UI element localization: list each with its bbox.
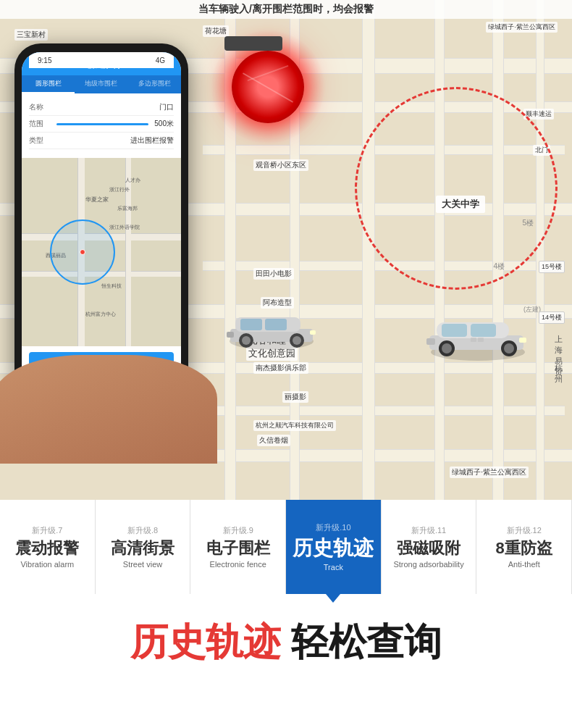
form-name-label: 名称 bbox=[29, 102, 51, 112]
tab-track-history[interactable]: 新升级.10 历史轨迹 Track bbox=[286, 500, 382, 594]
bottom-section: 历史轨迹 轻松查询 bbox=[0, 594, 572, 721]
tab-chinese-label: 强磁吸附 bbox=[397, 539, 460, 558]
mini-label: 浙江行外 bbox=[109, 186, 130, 193]
car-right bbox=[424, 312, 532, 366]
alert-siren bbox=[224, 43, 282, 58]
form-range-value: 500米 bbox=[154, 119, 174, 129]
poi-label: 荷花塘 bbox=[203, 25, 229, 37]
poi-label: 绿城西子·紫兰公寓西区 bbox=[450, 466, 529, 478]
svg-point-8 bbox=[293, 336, 301, 345]
phone-tab-polygon: 多边形围栏 bbox=[128, 75, 181, 93]
phone-tabs: 圆形围栏 地级市围栏 多边形围栏 bbox=[22, 75, 181, 93]
form-name-value: 门口 bbox=[159, 102, 174, 112]
poi-label: 杭州之颠汽车科技有限公司 bbox=[253, 420, 336, 431]
tab-english-label: Street view bbox=[123, 560, 162, 569]
poi-label: 杭州 bbox=[552, 362, 565, 385]
bottom-title-black: 轻松查询 bbox=[291, 621, 442, 663]
map-road bbox=[536, 0, 544, 500]
phone-form: 名称 门口 范围 500米 类型 进出围栏报警 bbox=[22, 93, 181, 155]
mini-map-marker bbox=[80, 249, 85, 255]
phone-screen: 9:15 4G ‹ 创建围栏 圆形围栏 地级市围栏 多边形围栏 名称 bbox=[22, 52, 181, 390]
tab-upgrade-label: 新升级.10 bbox=[316, 522, 350, 533]
tab-english-label: Anti-theft bbox=[508, 560, 540, 569]
bottom-title: 历史轨迹 轻松查询 bbox=[14, 623, 558, 661]
tab-anti-theft[interactable]: 新升级.12 8重防盗 Anti-theft bbox=[476, 500, 572, 594]
hand bbox=[0, 355, 217, 464]
poi-label: 14号楼 bbox=[539, 311, 565, 324]
tab-upgrade-label: 新升级.11 bbox=[411, 525, 446, 536]
mini-label: 恒生科技 bbox=[101, 283, 122, 290]
svg-point-19 bbox=[504, 343, 514, 353]
map-road bbox=[203, 406, 565, 416]
mini-label: 华夏之家 bbox=[85, 196, 109, 204]
tab-english-label: Electronic fence bbox=[210, 560, 266, 569]
tab-upgrade-label: 新升级.7 bbox=[32, 525, 62, 536]
tab-chinese-label: 高清街景 bbox=[111, 539, 174, 558]
tab-electronic-fence[interactable]: 新升级.9 电子围栏 Electronic fence bbox=[190, 500, 286, 594]
tab-street-view[interactable]: 新升级.8 高清街景 Street view bbox=[96, 500, 191, 594]
tab-upgrade-label: 新升级.8 bbox=[127, 525, 158, 536]
poi-label: 久信卷烟 bbox=[257, 435, 290, 446]
siren-base bbox=[224, 36, 282, 51]
svg-point-17 bbox=[442, 343, 452, 353]
svg-rect-20 bbox=[519, 338, 526, 343]
svg-rect-10 bbox=[227, 332, 234, 338]
phone-mockup: 9:15 4G ‹ 创建围栏 圆形围栏 地级市围栏 多边形围栏 名称 bbox=[14, 43, 188, 406]
tab-chinese-label: 震动报警 bbox=[15, 539, 79, 558]
feature-tabs-section: 新升级.7 震动报警 Vibration alarm 新升级.8 高清街景 St… bbox=[0, 500, 572, 594]
poi-label: 田田小电影 bbox=[253, 268, 294, 280]
siren-light bbox=[232, 51, 304, 123]
phone-tab-city: 地级市围栏 bbox=[75, 75, 127, 93]
svg-point-6 bbox=[242, 336, 251, 345]
poi-label: 15号楼 bbox=[539, 261, 565, 273]
mini-label: 人才办 bbox=[125, 177, 140, 184]
poi-label: 南杰摄影俱乐部 bbox=[253, 362, 308, 374]
form-name-row: 名称 门口 bbox=[29, 99, 174, 116]
tab-english-label: Track bbox=[324, 563, 343, 572]
poi-label: 观音桥小区东区 bbox=[253, 159, 308, 171]
svg-rect-9 bbox=[310, 330, 316, 335]
tab-magnetic[interactable]: 新升级.11 强磁吸附 Strong adsorbability bbox=[382, 500, 477, 594]
top-title: 当车辆驶入/离开围栏范围时，均会报警 bbox=[0, 0, 572, 19]
svg-rect-14 bbox=[442, 324, 467, 337]
svg-rect-22 bbox=[471, 338, 476, 342]
poi-label: 绿城西子·紫兰公寓西区 bbox=[486, 22, 558, 33]
tab-english-label: Vibration alarm bbox=[20, 560, 74, 569]
geofence-alert-circle bbox=[355, 87, 558, 290]
svg-rect-23 bbox=[478, 338, 484, 342]
phone-status-bar: 9:15 4G bbox=[29, 52, 174, 68]
tab-upgrade-label: 新升级.12 bbox=[507, 525, 542, 536]
svg-rect-15 bbox=[471, 324, 496, 337]
poi-label: 阿布造型 bbox=[261, 297, 294, 309]
tab-chinese-label: 8重防盗 bbox=[496, 539, 552, 558]
svg-rect-4 bbox=[265, 319, 287, 330]
tab-english-label: Strong adsorbability bbox=[393, 560, 463, 569]
phone-outer: 9:15 4G ‹ 创建围栏 圆形围栏 地级市围栏 多边形围栏 名称 bbox=[14, 43, 188, 398]
map-section: 当车辆驶入/离开围栏范围时，均会报警 三宝新村 荷花塘 绿城西子·紫兰公寓西区 … bbox=[0, 0, 572, 500]
phone-time: 9:15 bbox=[38, 57, 51, 64]
mini-label: 乐富海邦 bbox=[117, 205, 138, 212]
form-type-label: 类型 bbox=[29, 135, 51, 146]
car-left bbox=[224, 309, 319, 355]
phone-map-area: 华夏之家 西溪丽晶 浙江行外 乐富海邦 浙江外语学院 人才办 恒生科技 杭州富力… bbox=[22, 158, 181, 346]
phone-signal: 4G bbox=[156, 57, 165, 64]
poi-label: 丽摄影 bbox=[282, 391, 308, 403]
form-type-row: 类型 进出围栏报警 bbox=[29, 133, 174, 149]
form-range-slider bbox=[56, 123, 148, 125]
map-road bbox=[362, 0, 375, 500]
bottom-title-red: 历史轨迹 bbox=[130, 621, 281, 663]
tab-chinese-label: 电子围栏 bbox=[206, 539, 270, 558]
tab-vibration-alarm[interactable]: 新升级.7 震动报警 Vibration alarm bbox=[0, 500, 96, 594]
form-range-row: 范围 500米 bbox=[29, 116, 174, 133]
tab-chinese-label: 历史轨迹 bbox=[293, 536, 374, 561]
form-type-value: 进出围栏报警 bbox=[130, 135, 174, 146]
mini-label: 浙江外语学院 bbox=[109, 224, 140, 231]
phone-tab-circle: 圆形围栏 bbox=[22, 75, 75, 93]
mini-label: 杭州富力中心 bbox=[85, 311, 116, 318]
tab-upgrade-label: 新升级.9 bbox=[223, 525, 253, 536]
svg-rect-21 bbox=[426, 338, 435, 345]
poi-label: 三宝新村 bbox=[14, 29, 48, 41]
form-range-label: 范围 bbox=[29, 119, 51, 129]
svg-rect-3 bbox=[240, 319, 262, 330]
